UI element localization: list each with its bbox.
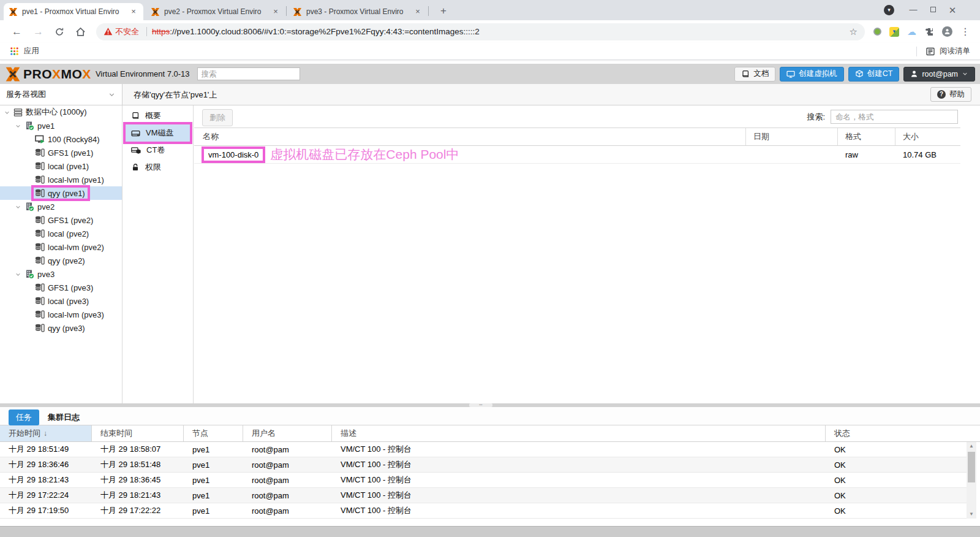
tab-search-icon[interactable]: ▾ bbox=[884, 5, 894, 15]
expander-icon[interactable] bbox=[3, 109, 11, 116]
forward-icon[interactable]: → bbox=[33, 26, 43, 38]
profile-avatar[interactable] bbox=[942, 26, 952, 37]
apps-grid-icon[interactable] bbox=[10, 47, 19, 56]
bookmark-star-icon[interactable]: ☆ bbox=[850, 26, 858, 37]
tree-item-gfs1-pve1[interactable]: GFS1 (pve1) bbox=[0, 146, 122, 159]
column-header-end-time[interactable]: 结束时间 bbox=[92, 425, 184, 441]
task-row[interactable]: 十月 29 18:51:49 十月 29 18:58:07 pve1 root@… bbox=[0, 442, 967, 457]
security-warning-icon[interactable] bbox=[104, 27, 113, 36]
column-header-description[interactable]: 描述 bbox=[332, 425, 826, 441]
task-row[interactable]: 十月 29 18:36:46 十月 29 18:51:48 pve1 root@… bbox=[0, 457, 967, 473]
column-header-format[interactable]: 格式 bbox=[838, 128, 895, 145]
new-tab-button[interactable]: + bbox=[436, 4, 451, 19]
task-row[interactable]: 十月 29 17:22:24 十月 29 18:21:43 pve1 root@… bbox=[0, 488, 967, 503]
scroll-down-icon[interactable]: ▼ bbox=[967, 510, 976, 519]
task-description: VM/CT 100 - 控制台 bbox=[332, 459, 826, 470]
search-label: 搜索: bbox=[807, 112, 825, 123]
column-header-node[interactable]: 节点 bbox=[184, 425, 243, 441]
book-icon bbox=[741, 70, 750, 78]
tree-item-vm-100[interactable]: 100 (Rocky84) bbox=[0, 132, 122, 146]
tree-item-local-lvm-pve2[interactable]: local-lvm (pve2) bbox=[0, 240, 122, 254]
window-close-button[interactable]: ✕ bbox=[944, 5, 960, 16]
apps-label[interactable]: 应用 bbox=[24, 46, 39, 56]
delete-button[interactable]: 删除 bbox=[202, 109, 233, 126]
address-bar[interactable]: 不安全 https://pve1.1000y.cloud:8006/#v1:0:… bbox=[96, 23, 865, 40]
scrollbar-thumb[interactable] bbox=[968, 452, 975, 482]
menu-item-ct-volumes[interactable]: CT卷 bbox=[123, 142, 193, 159]
product-version: Virtual Environment 7.0-13 bbox=[96, 69, 190, 78]
reading-list-label[interactable]: 阅读清单 bbox=[940, 46, 970, 56]
browser-tab-pve2[interactable]: pve2 - Proxmox Virtual Enviro × bbox=[146, 3, 285, 20]
tab-cluster-log[interactable]: 集群日志 bbox=[48, 412, 80, 423]
tree-item-pve3[interactable]: pve3 bbox=[0, 267, 122, 281]
tree-item-local-pve2[interactable]: local (pve2) bbox=[0, 227, 122, 240]
create-vm-button[interactable]: 创建虚拟机 bbox=[780, 67, 844, 82]
content-search-input[interactable] bbox=[831, 110, 958, 124]
task-start: 十月 29 17:19:50 bbox=[0, 505, 92, 516]
tree-item-datacenter[interactable]: 数据中心 (1000y) bbox=[0, 105, 122, 119]
tree-item-qyy-pve1-selected[interactable]: qyy (pve1) bbox=[0, 186, 122, 200]
security-label[interactable]: 不安全 bbox=[115, 26, 139, 37]
task-start: 十月 29 17:22:24 bbox=[0, 490, 92, 501]
view-selector[interactable]: 服务器视图 bbox=[0, 84, 123, 105]
column-header-start-time[interactable]: 开始时间↓ bbox=[0, 425, 92, 441]
tab-close-icon[interactable]: × bbox=[413, 7, 423, 17]
disk-size: 10.74 GB bbox=[895, 150, 960, 159]
menu-item-vm-disks[interactable]: VM磁盘 bbox=[126, 124, 190, 142]
tree-item-local-pve1[interactable]: local (pve1) bbox=[0, 159, 122, 173]
reload-icon[interactable] bbox=[55, 27, 64, 37]
task-description: VM/CT 100 - 控制台 bbox=[332, 474, 826, 486]
window-maximize-button[interactable] bbox=[925, 5, 941, 14]
menu-item-summary[interactable]: 概要 bbox=[123, 107, 193, 124]
column-header-size[interactable]: 大小 bbox=[895, 128, 960, 145]
task-status: OK bbox=[826, 445, 967, 454]
documentation-button[interactable]: 文档 bbox=[734, 67, 775, 82]
expander-icon[interactable] bbox=[14, 270, 22, 278]
expander-icon[interactable] bbox=[14, 203, 22, 211]
url-text[interactable]: https://pve1.1000y.cloud:8006/#v1:0:=sto… bbox=[152, 27, 480, 36]
tab-close-icon[interactable]: × bbox=[271, 7, 281, 17]
tree-item-local-lvm-pve1[interactable]: local-lvm (pve1) bbox=[0, 173, 122, 186]
scroll-up-icon[interactable]: ▲ bbox=[967, 442, 976, 451]
tree-item-gfs1-pve2[interactable]: GFS1 (pve2) bbox=[0, 213, 122, 227]
disks-table: 名称 日期 格式 大小 vm-100-disk-0 虚拟机磁盘已存放在Ceph … bbox=[194, 128, 960, 164]
browser-tab-pve1[interactable]: pve1 - Proxmox Virtual Enviro × bbox=[4, 3, 143, 20]
extensions-puzzle-icon[interactable] bbox=[924, 27, 934, 37]
menu-item-permissions[interactable]: 权限 bbox=[123, 159, 193, 176]
storage-icon bbox=[35, 161, 45, 171]
column-header-name[interactable]: 名称 bbox=[194, 128, 746, 145]
user-menu-button[interactable]: root@pam bbox=[903, 67, 975, 82]
column-header-status[interactable]: 状态 bbox=[826, 425, 980, 441]
tree-item-qyy-pve3[interactable]: qyy (pve3) bbox=[0, 321, 122, 335]
task-row[interactable]: 十月 29 17:19:50 十月 29 17:22:22 pve1 root@… bbox=[0, 503, 967, 519]
url-rest: ://pve1.1000y.cloud:8006/#v1:0:=storage%… bbox=[170, 27, 480, 36]
tab-close-icon[interactable]: × bbox=[129, 7, 138, 17]
extension-download-icon[interactable]: ▼ bbox=[889, 27, 899, 37]
tree-item-gfs1-pve3[interactable]: GFS1 (pve3) bbox=[0, 281, 122, 294]
tree-item-pve1[interactable]: pve1 bbox=[0, 119, 122, 132]
create-ct-button[interactable]: 创建CT bbox=[848, 67, 900, 82]
task-end: 十月 29 18:36:45 bbox=[92, 474, 184, 486]
tree-item-local-pve3[interactable]: local (pve3) bbox=[0, 294, 122, 308]
tab-tasks[interactable]: 任务 bbox=[9, 409, 39, 425]
help-button[interactable]: ? 帮助 bbox=[930, 87, 971, 102]
global-search-input[interactable] bbox=[197, 67, 300, 80]
back-icon[interactable]: ← bbox=[12, 26, 22, 38]
tree-item-qyy-pve2[interactable]: qyy (pve2) bbox=[0, 254, 122, 267]
cube-icon bbox=[855, 70, 864, 78]
browser-tab-pve3[interactable]: pve3 - Proxmox Virtual Enviro × bbox=[288, 3, 428, 20]
browser-menu-icon[interactable]: ⋮ bbox=[960, 26, 970, 37]
window-minimize-button[interactable]: — bbox=[905, 5, 921, 14]
vertical-scrollbar[interactable]: ▲ ▼ bbox=[967, 442, 976, 519]
disk-row[interactable]: vm-100-disk-0 虚拟机磁盘已存放在Ceph Pool中 raw 10… bbox=[194, 146, 960, 164]
tree-item-local-lvm-pve3[interactable]: local-lvm (pve3) bbox=[0, 308, 122, 321]
extension-cloud-icon[interactable]: ☁ bbox=[907, 26, 916, 37]
extension-green-icon[interactable] bbox=[873, 28, 881, 36]
column-header-date[interactable]: 日期 bbox=[746, 128, 838, 145]
home-icon[interactable] bbox=[75, 26, 86, 37]
column-header-user[interactable]: 用户名 bbox=[243, 425, 332, 441]
expander-icon[interactable] bbox=[14, 122, 22, 130]
tree-item-pve2[interactable]: pve2 bbox=[0, 200, 122, 213]
task-row[interactable]: 十月 29 18:21:43 十月 29 18:36:45 pve1 root@… bbox=[0, 473, 967, 488]
reading-list-icon[interactable] bbox=[925, 47, 935, 56]
